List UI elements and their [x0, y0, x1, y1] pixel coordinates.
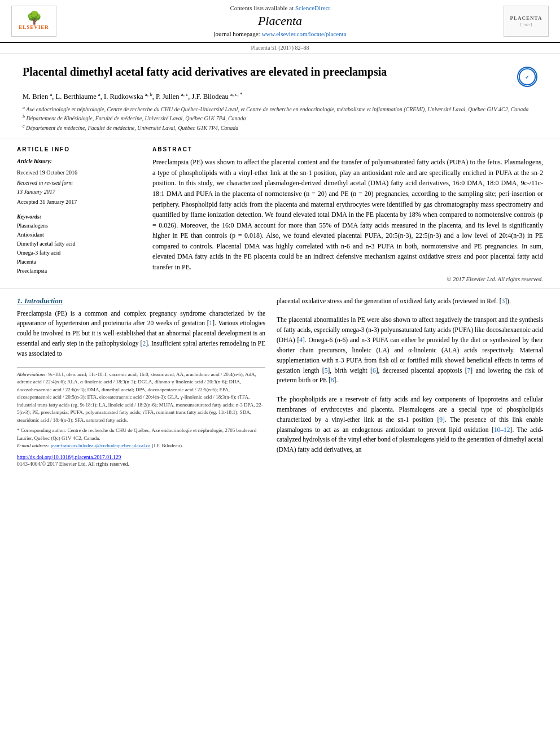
elsevier-logo-box: 🌳 ELSEVIER [11, 6, 56, 37]
ref-10-12[interactable]: 10–12 [494, 426, 510, 433]
ref-6[interactable]: 6 [373, 367, 376, 374]
abbreviations-label: Abbreviations: [17, 372, 47, 377]
history-label: Article history: [17, 157, 141, 166]
crossmark-badge[interactable]: ✓ [517, 67, 537, 87]
doi-footer[interactable]: http://dx.doi.org/10.1016/j.placenta.201… [17, 455, 265, 460]
ref-2[interactable]: 2 [142, 340, 146, 347]
homepage-link[interactable]: www.elsevier.com/locate/placenta [261, 30, 346, 37]
corresponding-footnote: * Corresponding author. Centre de recher… [17, 427, 265, 442]
doi-bar: Placenta 51 (2017) 82–88 [0, 43, 560, 54]
body-content: 1. Introduction Preeclampsia (PE) is a c… [0, 289, 560, 478]
ref-1[interactable]: 1 [209, 320, 213, 326]
email-footnote: E-mail address: jean-francois.bilodeau@c… [17, 442, 265, 450]
ref-8[interactable]: 8 [331, 377, 334, 383]
left-column: ARTICLE INFO Article history: Received 1… [17, 146, 141, 282]
elsevier-text: ELSEVIER [19, 24, 49, 30]
sciencedirect-line: Contents lists available at ScienceDirec… [56, 5, 504, 11]
sciencedirect-link[interactable]: ScienceDirect [295, 5, 330, 11]
placenta-logo-box: PLACENTA [ logo ] [504, 6, 549, 37]
abbreviations-footnote: Abbreviations: 9c-18:1, oleic acid; 11c-… [17, 371, 265, 425]
article-header: Placental dimethyl acetal fatty acid der… [0, 54, 560, 138]
abstract-label: ABSTRACT [152, 146, 543, 152]
body-right-para3: The phospholipids are a reservoir of fat… [277, 395, 543, 455]
elsevier-tree-icon: 🌳 [27, 12, 42, 24]
article-title: Placental dimethyl acetal fatty acid der… [23, 64, 506, 79]
ref-7[interactable]: 7 [467, 367, 471, 374]
article-info-label: ARTICLE INFO [17, 146, 141, 152]
abstract-text: Preeclampsia (PE) was shown to affect th… [152, 157, 543, 273]
affiliation-b: b Département de Kinésiologie, Faculté d… [23, 113, 537, 123]
right-column: ABSTRACT Preeclampsia (PE) was shown to … [152, 146, 543, 282]
email-link[interactable]: jean-francois.bilodeau@crchudequebec.ula… [51, 443, 151, 448]
ref-4[interactable]: 4 [299, 337, 303, 343]
body-right-para2: The placental abnormalities in PE were a… [277, 315, 543, 386]
keywords-section: Keywords: Plasmalogens Antioxidant Dimet… [17, 213, 141, 276]
article-info-block: Article history: Received 19 October 201… [17, 157, 141, 207]
journal-center: Contents lists available at ScienceDirec… [56, 5, 504, 37]
placenta-logo-image: [ logo ] [520, 22, 532, 27]
body-left: 1. Introduction Preeclampsia (PE) is a c… [17, 296, 265, 467]
authors-line: M. Brien a, L. Berthiaume a, I. Rudkowsk… [23, 91, 537, 101]
body-right-para1: placental oxidative stress and the gener… [277, 296, 543, 307]
doi-link[interactable]: http://dx.doi.org/10.1016/j.placenta.201… [17, 455, 121, 460]
journal-header: 🌳 ELSEVIER Contents lists available at S… [0, 0, 560, 43]
ref-3[interactable]: 3 [502, 298, 505, 304]
body-right: placental oxidative stress and the gener… [277, 296, 543, 467]
affiliation-c: c Département de médecine, Faculté de mé… [23, 123, 537, 132]
accepted-date: Accepted 31 January 2017 [17, 198, 141, 207]
journal-name: Placenta [56, 14, 504, 28]
received-date: Received 19 October 2016 [17, 168, 141, 177]
ref-5[interactable]: 5 [325, 367, 328, 374]
issn-footer: 0143-4004/© 2017 Elsevier Ltd. All right… [17, 461, 265, 467]
svg-text:✓: ✓ [525, 74, 530, 80]
article-info-abstract: ARTICLE INFO Article history: Received 1… [0, 138, 560, 289]
ref-9[interactable]: 9 [439, 416, 443, 423]
intro-heading: 1. Introduction [17, 296, 265, 305]
affiliations: a Axe endocrinologie et néphrologie, Cen… [23, 104, 537, 132]
copyright: © 2017 Elsevier Ltd. All rights reserved… [152, 276, 543, 282]
keywords-list: Plasmalogens Antioxidant Dimethyl acetal… [17, 221, 141, 276]
keywords-label: Keywords: [17, 213, 141, 220]
footnotes-section: Abbreviations: 9c-18:1, oleic acid; 11c-… [17, 367, 265, 467]
article-title-row: Placental dimethyl acetal fatty acid der… [23, 64, 537, 87]
journal-homepage: journal homepage: www.elsevier.com/locat… [56, 30, 504, 37]
revised-date: Received in revised form 13 January 2017 [17, 178, 141, 196]
crossmark-icon: ✓ [517, 67, 537, 87]
intro-paragraph1: Preeclampsia (PE) is a common and comple… [17, 309, 265, 359]
affiliation-a: a Axe endocrinologie et néphrologie, Cen… [23, 104, 537, 113]
elsevier-logo: 🌳 ELSEVIER [11, 6, 56, 37]
